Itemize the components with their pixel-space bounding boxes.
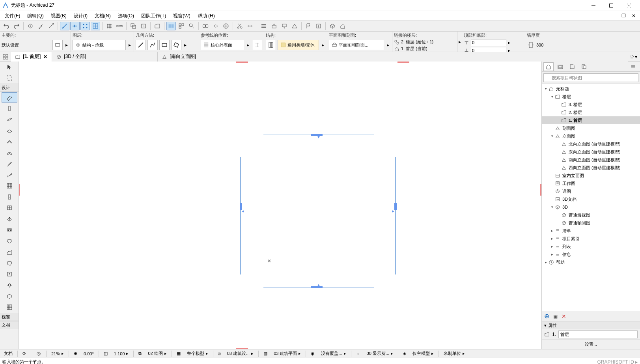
menu-view[interactable]: 视图(B) (48, 12, 70, 20)
opening-tool[interactable] (2, 225, 17, 235)
tree-item[interactable]: 东向立面图 (自动重建模型) (542, 148, 640, 156)
maximize-button[interactable] (602, 0, 620, 11)
structure-basic[interactable] (266, 40, 276, 50)
zone-tool[interactable]: Z (2, 269, 17, 279)
beam-tool[interactable] (2, 114, 17, 125)
sb-layercomb[interactable]: 02 绘图 ▸ (146, 351, 168, 357)
tree-item[interactable]: 普通透视图 (542, 211, 640, 219)
cut-button[interactable] (235, 22, 244, 30)
geom-straight[interactable] (136, 40, 146, 50)
tree-item[interactable]: ▸清单 (542, 227, 640, 235)
home-view-button[interactable] (338, 22, 347, 30)
suspend-button[interactable] (139, 22, 148, 30)
tree-item[interactable]: ▸信息 (542, 250, 640, 258)
sb-mainmodel[interactable]: 仅主模型 ▸ (411, 351, 435, 357)
redo-button[interactable] (12, 22, 21, 30)
sb-override[interactable]: 没有覆盖... ▸ (319, 351, 347, 357)
close-button[interactable] (620, 0, 638, 11)
sb-tab-project[interactable] (543, 62, 554, 71)
tree-item[interactable]: 剖面图 (542, 124, 640, 132)
minimize-button[interactable] (584, 0, 602, 11)
lamp-tool[interactable] (2, 280, 17, 290)
element-transfer-button[interactable] (166, 22, 176, 30)
sb-refresh[interactable]: ⟳ (21, 351, 28, 356)
tab-3d-all[interactable]: [3D / 全部] (52, 52, 158, 62)
tree-item[interactable]: ▸项目索引 (542, 235, 640, 243)
door-tool[interactable] (2, 192, 17, 202)
refline-dd[interactable]: ▸ (246, 42, 250, 48)
adjust-button[interactable] (245, 22, 255, 30)
tab-south-elevation[interactable]: [南向立面图] (158, 52, 628, 62)
grid-snap-button[interactable] (91, 22, 100, 30)
sb-tab-layouts[interactable] (567, 62, 577, 71)
menu-design[interactable]: 设计(I) (71, 12, 91, 20)
settings-button[interactable]: 设置... (542, 340, 640, 349)
mep-tool[interactable] (2, 291, 17, 301)
plan-selector[interactable]: 平面图和剖面... (329, 40, 384, 50)
tree-item[interactable]: 工作图 (542, 179, 640, 187)
sb-plandisp[interactable]: 03 建筑平面 ▸ (272, 351, 302, 357)
slab-tool[interactable] (2, 125, 17, 136)
story-settings-button[interactable] (259, 22, 269, 30)
sb-tab-menu[interactable] (628, 62, 638, 71)
tree-item[interactable]: 3. 楼层 (542, 101, 640, 108)
menu-help[interactable]: 帮助 (H) (194, 12, 218, 20)
doc-close-button[interactable]: ✕ (629, 11, 638, 20)
menu-options[interactable]: 选项(O) (115, 12, 137, 20)
shell-tool[interactable] (2, 147, 17, 158)
snap-guides-button[interactable] (70, 22, 80, 30)
guide-lines-button[interactable] (60, 22, 69, 30)
sb-tab-views[interactable] (555, 62, 565, 71)
sb-ruler-toggle[interactable] (34, 351, 43, 357)
go-down-button[interactable] (280, 22, 289, 30)
find-select-button[interactable] (187, 22, 196, 30)
tab-close[interactable]: ✕ (43, 54, 48, 59)
grid-display-button[interactable] (104, 22, 114, 30)
geom-chained[interactable] (147, 40, 158, 50)
sb-scale[interactable]: 1:100 ▸ (112, 351, 131, 356)
railing-tool[interactable] (2, 170, 17, 180)
sb-zoom[interactable]: 21% ▸ (50, 351, 65, 356)
doc-minimize-button[interactable]: — (608, 11, 618, 20)
object-tool[interactable] (2, 236, 17, 246)
canvas[interactable]: ✕ (19, 62, 541, 349)
favorites-button[interactable] (177, 22, 186, 30)
add-item-button[interactable]: ⊕ (544, 312, 549, 320)
wall-tool[interactable] (2, 92, 17, 103)
refline-flip[interactable] (252, 40, 262, 50)
menu-window[interactable]: 视窗(W) (170, 12, 193, 20)
tree-item[interactable]: 详图 (542, 187, 640, 195)
refline-selector[interactable]: 核心外表面 (201, 40, 244, 50)
window-tool[interactable] (2, 203, 17, 213)
primary-selector[interactable] (52, 40, 63, 50)
geom-rot-rect[interactable] (171, 40, 181, 50)
marquee-tool[interactable] (2, 73, 17, 83)
tree-item[interactable]: 2. 楼层 (542, 108, 640, 116)
ruler-button[interactable] (115, 22, 124, 30)
trace-button[interactable] (129, 22, 138, 30)
sb-tab-publisher[interactable] (579, 62, 589, 71)
sb-dim[interactable]: 00 显示所... ▸ (365, 351, 395, 357)
skylight-tool[interactable] (2, 214, 17, 224)
menu-document[interactable]: 文档(N) (91, 12, 114, 20)
footer-brand[interactable]: GRAPHISOFT ID ▸ (597, 359, 638, 364)
morph-tool[interactable] (2, 258, 17, 268)
pick-button[interactable] (26, 22, 35, 30)
mesh-tool[interactable] (2, 247, 17, 257)
go-to-story-button[interactable] (290, 22, 299, 30)
tree-item[interactable]: 北向立面图 (自动重建模型) (542, 140, 640, 148)
curtain-wall-tool[interactable] (2, 181, 17, 191)
props-name-input[interactable] (558, 330, 638, 338)
solid-element-button[interactable] (201, 22, 210, 30)
tree-item[interactable]: ▸?帮助 (542, 258, 640, 266)
magic-wand-button[interactable] (46, 22, 56, 30)
tree-item[interactable]: 1. 首层 (542, 116, 640, 124)
sb-units[interactable]: 米制单位 ▸ (442, 351, 466, 357)
flag-button[interactable] (304, 22, 313, 30)
linked-dd2[interactable]: ▸ (457, 32, 462, 52)
tree-item[interactable]: 南向立面图 (自动重建模型) (542, 156, 640, 164)
energy-button[interactable] (314, 22, 323, 30)
sb-model[interactable]: 整个模型 ▸ (185, 351, 210, 357)
3d-view-button[interactable] (328, 22, 337, 30)
top-input[interactable] (471, 39, 506, 46)
